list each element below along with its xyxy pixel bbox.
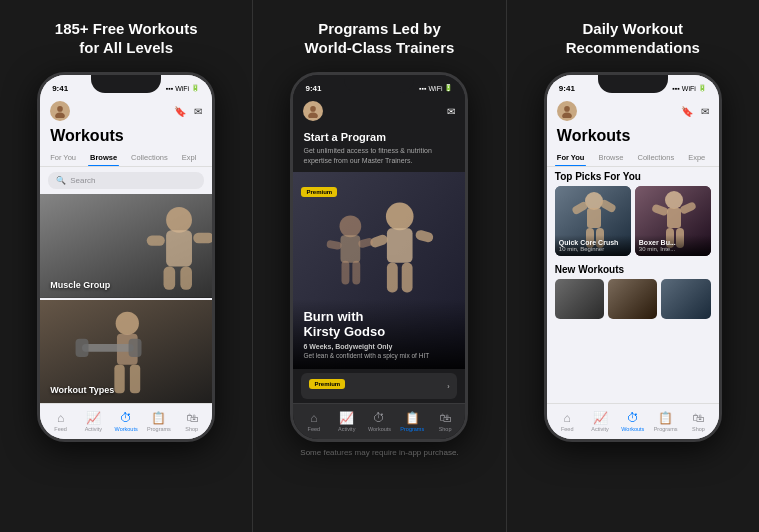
workout-card-types[interactable]: Workout Types: [40, 300, 212, 404]
new-workouts-title: New Workouts: [555, 264, 711, 275]
svg-point-18: [309, 112, 319, 118]
nav-programs-1[interactable]: 📋 Programs: [143, 411, 176, 432]
wifi-icon-2: WiFi: [428, 85, 442, 92]
card-label-types: Workout Types: [50, 385, 114, 395]
nav-shop-2[interactable]: 🛍 Shop: [429, 411, 462, 432]
svg-point-0: [57, 106, 63, 112]
panel-3-title: Daily Workout Recommendations: [566, 18, 700, 58]
tabs-1: For You Browse Collections Expl: [40, 149, 212, 167]
nav-programs-2[interactable]: 📋 Programs: [396, 411, 429, 432]
nav-feed-label-3: Feed: [561, 426, 574, 432]
program-desc: Get lean & confident with a spicy mix of…: [303, 352, 455, 359]
nav-activity-3[interactable]: 📈 Activity: [584, 411, 617, 432]
tab-browse-3[interactable]: Browse: [596, 149, 625, 166]
avatar-2: [303, 101, 323, 121]
search-bar-1[interactable]: 🔍 Search: [48, 172, 204, 189]
tab-explore-1[interactable]: Expl: [180, 149, 199, 166]
bookmark-icon-3[interactable]: 🔖: [681, 106, 693, 117]
nav-shop-3[interactable]: 🛍 Shop: [682, 411, 715, 432]
svg-rect-6: [193, 233, 212, 243]
workout-card-muscle[interactable]: Muscle Group: [40, 194, 212, 298]
program-header-2: ✉: [293, 97, 465, 125]
nav-activity-2[interactable]: 📈 Activity: [330, 411, 363, 432]
tab-explore-3[interactable]: Expe: [686, 149, 707, 166]
svg-rect-30: [342, 260, 350, 284]
svg-rect-31: [353, 260, 361, 284]
svg-point-32: [564, 106, 570, 112]
screen-filler-3: [547, 323, 719, 403]
svg-rect-27: [341, 235, 361, 263]
nav-feed-2[interactable]: ⌂ Feed: [297, 411, 330, 432]
pick-card-1-title: Quick Core Crush: [559, 239, 627, 246]
nav-workouts-2[interactable]: ⏱ Workouts: [363, 411, 396, 432]
new-workout-card-3[interactable]: [661, 279, 710, 319]
workout-cards-1: Muscle Group: [40, 194, 212, 403]
message-icon-3[interactable]: ✉: [701, 106, 709, 117]
nav-workouts-label-1: Workouts: [115, 426, 138, 432]
battery-icon-1: 🔋: [191, 84, 200, 92]
nav-workouts-1[interactable]: ⏱ Workouts: [110, 411, 143, 432]
phone-3: 9:41 ▪▪▪ WiFi 🔋 🔖 ✉: [544, 72, 722, 442]
tab-browse-1[interactable]: Browse: [88, 149, 119, 166]
svg-rect-12: [82, 343, 134, 351]
program-details: 6 Weeks, Bodyweight Only: [303, 343, 455, 350]
nav-feed-icon-2: ⌂: [310, 411, 317, 425]
nav-shop-label-2: Shop: [439, 426, 452, 432]
svg-point-35: [585, 192, 603, 210]
nav-programs-icon-1: 📋: [151, 411, 166, 425]
card-label-muscle: Muscle Group: [50, 280, 110, 290]
nav-programs-3[interactable]: 📋 Programs: [649, 411, 682, 432]
nav-programs-label-3: Programs: [654, 426, 678, 432]
bookmark-icon-1[interactable]: 🔖: [174, 106, 186, 117]
program-title-section-2: Start a Program Get unlimited access to …: [293, 125, 465, 172]
nav-workouts-3[interactable]: ⏱ Workouts: [616, 411, 649, 432]
message-icon-1[interactable]: ✉: [194, 106, 202, 117]
new-workout-card-2[interactable]: [608, 279, 657, 319]
phone-1-notch: [91, 75, 161, 93]
new-workout-card-1[interactable]: [555, 279, 604, 319]
tab-foryou-1[interactable]: For You: [48, 149, 78, 166]
nav-shop-1[interactable]: 🛍 Shop: [175, 411, 208, 432]
nav-feed-1[interactable]: ⌂ Feed: [44, 411, 77, 432]
nav-workouts-icon-1: ⏱: [120, 411, 132, 425]
nav-feed-3[interactable]: ⌂ Feed: [551, 411, 584, 432]
search-icon-1: 🔍: [56, 176, 66, 185]
pick-card-2[interactable]: Boxer Bu... 30 min, Inte...: [635, 186, 711, 256]
phone-1-screen: 9:41 ▪▪▪ WiFi 🔋 🔖 ✉: [40, 75, 212, 439]
phone-3-screen: 9:41 ▪▪▪ WiFi 🔋 🔖 ✉: [547, 75, 719, 439]
pick-card-1-sub: 10 min, Beginner: [559, 246, 627, 252]
program-card-overlay: Burn with Kirsty Godso 6 Weeks, Bodyweig…: [293, 299, 465, 369]
nav-activity-label-1: Activity: [85, 426, 102, 432]
svg-rect-24: [387, 262, 398, 292]
pick-card-1[interactable]: Quick Core Crush 10 min, Beginner: [555, 186, 631, 256]
tab-collections-3[interactable]: Collections: [635, 149, 676, 166]
program-start-title: Start a Program: [303, 131, 455, 143]
app-header-1: 🔖 ✉: [40, 97, 212, 125]
nav-activity-1[interactable]: 📈 Activity: [77, 411, 110, 432]
svg-rect-5: [147, 235, 165, 245]
tabs-3: For You Browse Collections Expe: [547, 149, 719, 167]
svg-point-10: [116, 311, 139, 334]
phone-2-notch: [344, 75, 414, 93]
footnote: Some features may require in-app purchas…: [300, 442, 458, 457]
nav-shop-icon-3: 🛍: [692, 411, 704, 425]
svg-point-20: [386, 202, 414, 230]
program-subtitle-2: Get unlimited access to fitness & nutrit…: [303, 146, 455, 166]
status-icons-2: ▪▪▪ WiFi 🔋: [419, 84, 453, 92]
bottom-nav-2: ⌂ Feed 📈 Activity ⏱ Workouts 📋 Programs: [293, 403, 465, 439]
nav-workouts-label-3: Workouts: [621, 426, 644, 432]
nav-programs-label-1: Programs: [147, 426, 171, 432]
tab-collections-1[interactable]: Collections: [129, 149, 170, 166]
avatar-1: [50, 101, 70, 121]
svg-point-3: [166, 207, 192, 233]
pick-card-2-overlay: Boxer Bu... 30 min, Inte...: [635, 235, 711, 256]
svg-rect-43: [667, 208, 681, 228]
bottom-nav-3: ⌂ Feed 📈 Activity ⏱ Workouts 📋 Programs: [547, 403, 719, 439]
message-icon-2[interactable]: ✉: [447, 106, 455, 117]
nav-feed-label-1: Feed: [54, 426, 67, 432]
pick-card-2-sub: 30 min, Inte...: [639, 246, 707, 252]
program-card2[interactable]: Premium ›: [301, 373, 457, 399]
phone-2: 9:41 ▪▪▪ WiFi 🔋 ✉: [290, 72, 468, 442]
tab-foryou-3[interactable]: For You: [555, 149, 587, 166]
status-time-1: 9:41: [52, 84, 68, 93]
